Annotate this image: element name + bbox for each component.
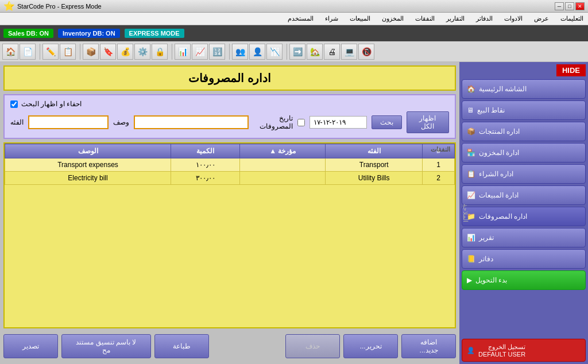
menu-inventory[interactable]: النفقات — [413, 14, 437, 24]
menu-sales[interactable]: المخزون — [380, 14, 406, 24]
sidebar-item-expenses[interactable]: اداره المصروفات 📁 — [462, 207, 586, 226]
toolbar-btn-14[interactable]: 👤 — [249, 44, 265, 60]
hide-button[interactable]: HIDE — [556, 64, 586, 76]
menu-reports[interactable]: الدفاتر — [474, 14, 495, 24]
cell-category: Utility Bills — [326, 172, 423, 185]
search-button[interactable]: بحث — [372, 115, 402, 129]
sidebar-item-home[interactable]: الشاشه الرئيسية 🏠 — [462, 79, 586, 99]
express-mode-badge: EXPRESS MODE — [125, 29, 184, 38]
menu-user[interactable]: المستخدم — [285, 14, 316, 24]
inventory-db-badge: Inventory DB: ON — [58, 29, 120, 38]
logout-button[interactable]: تسجيل الخروج DEFAULT USER 👤 — [462, 339, 586, 362]
toolbar-sep-5 — [285, 44, 287, 60]
sidebar-label-inventory: ادارة المخزون — [479, 149, 519, 157]
sidebar-item-ledger[interactable]: دفاتر 📒 — [462, 249, 586, 269]
edit-button[interactable]: تحرير... — [343, 334, 398, 358]
template-print-button[interactable]: لا باسم تنسيق مستند مح — [61, 334, 151, 358]
content-area: اداره المصروفات احفاء او اظهار البحث اظه… — [0, 62, 459, 364]
toolbar-btn-5[interactable]: 📦 — [83, 44, 99, 60]
sidebar-icon-ledger: 📒 — [467, 255, 475, 263]
toolbar-btn-1[interactable]: 🏠 — [2, 44, 18, 60]
toolbar-btn-17[interactable]: 🏡 — [307, 44, 323, 60]
cell-date — [240, 172, 326, 185]
toolbar-btn-4[interactable]: 📋 — [60, 44, 76, 60]
table-row[interactable]: 2 Utility Bills ٣٠٠٫٠٠ Electricity bill — [5, 172, 455, 185]
sidebar: HIDE الشاشه الرئيسية 🏠 نقاط البيع 🖥 ادار… — [459, 62, 588, 364]
toolbar-btn-6[interactable]: 🔖 — [100, 44, 116, 60]
db-status-bar: Sales DB: ON Inventory DB: ON EXPRESS MO… — [0, 25, 588, 41]
toolbar-sep-4 — [227, 44, 230, 60]
sidebar-label-sales: ادارة المبيعات — [479, 191, 519, 199]
toolbar-btn-20[interactable]: 📵 — [358, 44, 374, 60]
toolbar-btn-12[interactable]: 🔢 — [209, 44, 225, 60]
delete-button[interactable]: حذف — [285, 334, 340, 358]
title-bar: ⭐ StarCode Pro - Express Mode ─ □ ✕ — [0, 0, 588, 13]
bottom-action-bar: اضافه جديد... تحرير... حذف طباعة لا باسم… — [3, 332, 456, 361]
toolbar-btn-8[interactable]: ⚙️ — [134, 44, 150, 60]
toolbar-btn-3[interactable]: ✏️ — [42, 44, 59, 60]
menu-ledger[interactable]: الادوات — [502, 14, 525, 24]
sidebar-label-purchase: اداره الشراء — [479, 170, 513, 178]
sidebar-item-sales[interactable]: ادارة المبيعات 📈 — [462, 185, 586, 205]
toolbar-btn-15[interactable]: 📉 — [266, 44, 283, 60]
toolbar-btn-7[interactable]: 💰 — [117, 44, 133, 60]
toolbar-btn-2[interactable]: 📄 — [20, 44, 36, 60]
cell-description: Electricity bill — [5, 172, 171, 185]
date-label: تاريخ المصروفات — [253, 114, 293, 130]
sidebar-label-reports: تقرير — [479, 234, 494, 242]
sidebar-item-reports[interactable]: تقرير 📊 — [462, 228, 586, 247]
sidebar-item-purchase[interactable]: اداره الشراء 📋 — [462, 164, 586, 184]
toolbar-sep-1 — [38, 44, 40, 60]
user-icon: 👤 — [467, 347, 475, 354]
toolbar: 🏠 📄 ✏️ 📋 📦 🔖 💰 ⚙️ 🔒 📊 📈 🔢 👥 👤 📉 ➡️ 🏡 🖨 💻… — [0, 41, 588, 62]
toolbar-btn-9[interactable]: 🔒 — [152, 44, 168, 60]
menu-expenses[interactable]: التقارير — [444, 14, 467, 24]
page-title: اداره المصروفات — [3, 65, 456, 91]
logout-label: تسجيل الخروج DEFAULT USER — [478, 343, 525, 358]
cell-num: 1 — [423, 158, 455, 172]
sidebar-icon-sales: 📈 — [467, 191, 475, 199]
sidebar-icon-products: 📦 — [467, 127, 475, 135]
add-new-button[interactable]: اضافه جديد... — [401, 334, 456, 358]
toolbar-btn-18[interactable]: 🖨 — [324, 44, 340, 60]
start-transfer-label: بدء التحويل — [475, 276, 507, 284]
sidebar-label-products: اداره المنتجات — [479, 127, 520, 135]
close-button[interactable]: ✕ — [575, 2, 585, 10]
desc-label: وصف — [113, 118, 129, 126]
toolbar-btn-16[interactable]: ➡️ — [289, 44, 305, 60]
search-fields-row: اظهار الكل بحث تاريخ المصروفات وصف الفئه — [10, 111, 449, 133]
search-toggle-checkbox[interactable] — [10, 100, 18, 108]
category-input[interactable] — [28, 115, 109, 129]
sidebar-item-products[interactable]: اداره المنتجات 📦 — [462, 122, 586, 141]
cell-description: Transport expenses — [5, 158, 171, 172]
menu-purchase[interactable]: المبيعات — [347, 14, 373, 24]
menu-view[interactable]: عرض — [532, 14, 551, 24]
sidebar-item-inventory[interactable]: ادارة المخزون 🏪 — [462, 143, 586, 162]
table-row[interactable]: 1 Transport ١٠٠٫٠٠ Transport expenses — [5, 158, 455, 172]
print-button[interactable]: طباعة — [154, 334, 209, 358]
date-checkbox[interactable] — [297, 119, 305, 126]
start-transfer-button[interactable]: بدء التحويل ▶ — [462, 270, 586, 290]
export-button[interactable]: تصدير — [3, 334, 58, 358]
toolbar-btn-19[interactable]: 💻 — [341, 44, 357, 60]
window-controls: ─ □ ✕ — [555, 2, 585, 10]
col-date: مؤرخة ▲ — [240, 144, 326, 158]
cell-date — [240, 158, 326, 172]
category-label: الفئه — [10, 118, 24, 126]
cell-num: 2 — [423, 172, 455, 185]
sidebar-icon-reports: 📊 — [467, 234, 475, 242]
description-input[interactable] — [134, 115, 249, 129]
date-input[interactable] — [310, 116, 367, 129]
toolbar-btn-11[interactable]: 📈 — [192, 44, 208, 60]
minimize-button[interactable]: ─ — [555, 2, 564, 10]
menu-settings[interactable]: التعليمات — [558, 14, 586, 24]
expenses-table-panel: النفقات # الفئه مؤرخة ▲ الكمية الوصف 1 T… — [3, 142, 456, 328]
show-all-button[interactable]: اظهار الكل — [407, 111, 449, 133]
toolbar-btn-10[interactable]: 📊 — [175, 44, 191, 60]
toolbar-btn-13[interactable]: 👥 — [232, 44, 248, 60]
start-transfer-icon: ▶ — [467, 276, 472, 284]
sidebar-item-pos[interactable]: نقاط البيع 🖥 — [462, 100, 586, 120]
main-layout: HIDE الشاشه الرئيسية 🏠 نقاط البيع 🖥 ادار… — [0, 62, 588, 364]
maximize-button[interactable]: □ — [565, 2, 574, 10]
menu-products[interactable]: شراء — [323, 14, 341, 24]
